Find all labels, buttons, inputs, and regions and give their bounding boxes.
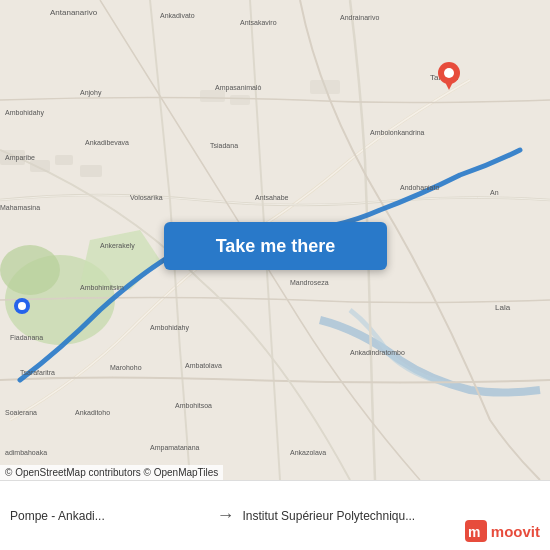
destination-marker [438,62,460,94]
moovit-text: moovit [491,523,540,540]
svg-text:Ankadibevava: Ankadibevava [85,139,129,146]
svg-text:Ambohitsoa: Ambohitsoa [175,402,212,409]
svg-text:Ampamatanana: Ampamatanana [150,444,200,452]
svg-text:Ambatolava: Ambatolava [185,362,222,369]
svg-rect-8 [200,90,225,102]
svg-text:Antsahabe: Antsahabe [255,194,289,201]
svg-rect-10 [310,80,340,94]
bottom-bar: Pompe - Ankadi... → Institut Supérieur P… [0,480,550,550]
svg-marker-45 [444,80,454,90]
svg-text:Amparibe: Amparibe [5,154,35,162]
svg-rect-6 [55,155,73,165]
svg-text:An: An [490,189,499,196]
svg-text:Ambohidahy: Ambohidahy [5,109,44,117]
svg-text:adimbahoaka: adimbahoaka [5,449,47,456]
svg-point-46 [444,68,454,78]
svg-text:Mandroseza: Mandroseza [290,279,329,286]
svg-text:Anjohy: Anjohy [80,89,102,97]
map-attribution: © OpenStreetMap contributors © OpenMapTi… [0,465,223,480]
svg-rect-7 [80,165,102,177]
svg-text:Ankadivato: Ankadivato [160,12,195,19]
svg-text:m: m [468,524,480,540]
moovit-icon: m [465,520,487,542]
take-me-there-button[interactable]: Take me there [164,222,387,270]
arrow-icon: → [216,505,234,526]
origin-marker [14,298,30,318]
svg-text:Tsiadana: Tsiadana [210,142,238,149]
svg-rect-5 [30,160,50,172]
svg-text:Ankerakely: Ankerakely [100,242,135,250]
svg-rect-9 [230,95,250,105]
map-container: Antananarivo Ankadivato Antsakaviro Andr… [0,0,550,480]
svg-point-48 [18,302,26,310]
svg-text:Volosarìka: Volosarìka [130,194,163,201]
svg-text:Ambohidahy: Ambohidahy [150,324,189,332]
svg-text:Ampasanimalò: Ampasanimalò [215,84,261,92]
svg-text:Antananarivo: Antananarivo [50,8,98,17]
svg-text:Ambohimitsim: Ambohimitsim [80,284,124,291]
svg-text:Soaierana: Soaierana [5,409,37,416]
svg-text:Ankaditoho: Ankaditoho [75,409,110,416]
svg-text:Lala: Lala [495,303,511,312]
svg-text:Ankadindratombo: Ankadindratombo [350,349,405,356]
svg-point-2 [0,245,60,295]
svg-text:Andohaniato: Andohaniato [400,184,439,191]
svg-text:Fiadanana: Fiadanana [10,334,43,341]
moovit-logo: m moovit [465,520,540,542]
svg-text:Ambolonkandrina: Ambolonkandrina [370,129,425,136]
route-from-label: Pompe - Ankadi... [10,509,208,523]
svg-text:Tsarafaritra: Tsarafaritra [20,369,55,376]
svg-text:Marohoho: Marohoho [110,364,142,371]
svg-text:Mahamasina: Mahamasina [0,204,40,211]
svg-text:Antsakaviro: Antsakaviro [240,19,277,26]
svg-text:Andrainarivo: Andrainarivo [340,14,379,21]
svg-text:Ankazolava: Ankazolava [290,449,326,456]
